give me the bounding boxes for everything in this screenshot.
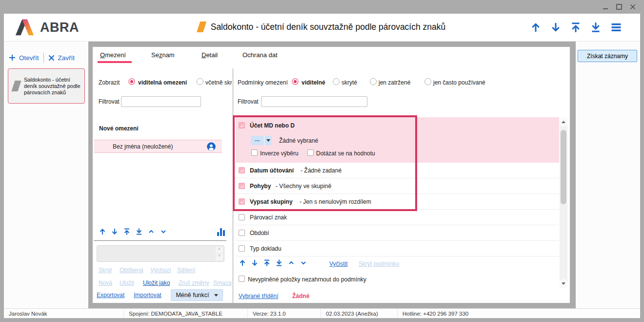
scroll-down-icon[interactable] [560, 279, 567, 288]
list-top-icon[interactable] [123, 228, 131, 237]
active-tab-underline [98, 61, 132, 63]
radio-vcetne-skrytych[interactable] [197, 78, 203, 85]
new-restriction-label: Nové omezení [99, 125, 139, 132]
condition-value: Žádné vybrané [279, 137, 318, 144]
list-down-icon[interactable] [111, 228, 119, 237]
scrollbar[interactable] [560, 117, 567, 288]
page-title: Saldokonto - účetní deník souvztažně pod… [211, 22, 446, 32]
tab-detail[interactable]: Detail [201, 51, 218, 59]
condition-row-datum-uctovani[interactable]: Datum účtování - Žádné zadané [236, 163, 559, 178]
condition-checkbox[interactable] [239, 230, 245, 236]
condition-checkbox-checked[interactable] [239, 198, 245, 205]
condition-checkbox[interactable] [239, 214, 245, 220]
selected-sorting-link[interactable]: Vybrané třídění [239, 293, 279, 300]
condition-checkbox-checked[interactable] [239, 122, 245, 129]
filter-input-left[interactable] [121, 96, 201, 107]
tab-ochrana-dat[interactable]: Ochrana dat [242, 51, 278, 59]
maximize-icon[interactable] [616, 3, 623, 10]
condition-row-typ-dokladu[interactable]: Typ dokladu [236, 241, 559, 257]
filter-input-right[interactable] [261, 96, 367, 107]
status-version: Verze: 23.1.0 [248, 309, 321, 318]
status-connection: Spojení: DEMODATA_JAVA_STABLE [124, 309, 248, 318]
tab-omezeni[interactable]: Omezení [100, 51, 126, 59]
clear-link[interactable]: Vyčistit [329, 260, 348, 267]
empty-items-checkbox[interactable] [239, 276, 245, 282]
radio-jen-casto-pouzivane[interactable] [424, 78, 431, 85]
radio-skryte[interactable] [333, 78, 340, 85]
x-icon [48, 55, 55, 61]
task-card[interactable]: Saldokonto - účetní deník souvztažně pod… [8, 68, 85, 104]
condition-checkbox-checked[interactable] [239, 183, 245, 189]
default-link: Výchozí [150, 267, 171, 274]
cond-bottom-icon[interactable] [275, 259, 283, 268]
dropdown-arrow-icon[interactable] [264, 136, 272, 145]
panel-divider [233, 68, 233, 303]
move-to-top-icon[interactable] [570, 21, 582, 33]
radio-jen-zatrzene[interactable] [370, 78, 377, 85]
scrollbar-thumb[interactable] [561, 130, 566, 204]
condition-row-vypsat-skupiny[interactable]: Vypsat skupiny - Jen s nenulovým rozdíle… [236, 194, 559, 210]
tab-seznam[interactable]: Seznam [151, 51, 175, 59]
inverse-selection-checkbox[interactable] [251, 150, 258, 156]
menu-icon[interactable] [610, 22, 623, 33]
selected-sorting-value: Žádné [292, 293, 309, 300]
header: ABRA Saldokonto - účetní deník souvztažn… [4, 14, 640, 42]
move-down-icon[interactable] [550, 21, 562, 33]
abra-logo-icon [15, 19, 36, 36]
spin-up-icon[interactable]: ▲ [216, 247, 223, 253]
list-up-icon[interactable] [99, 228, 106, 237]
cond-top-icon[interactable] [263, 259, 271, 268]
cond-up-icon[interactable] [239, 259, 246, 268]
ask-value-checkbox[interactable] [307, 150, 314, 156]
page-title-wrap: Saldokonto - účetní deník souvztažně pod… [199, 21, 446, 32]
saved-restrictions-list: ▲ ▼ [97, 245, 224, 262]
condition-ucet-md-nebo-d[interactable]: Účet MD nebo D ... Žádné vybrané Inverze… [236, 117, 559, 163]
open-button[interactable]: Otevřít [9, 54, 39, 62]
less-functions-button[interactable]: Méně funkcí [171, 289, 223, 301]
zobrazit-label: Zobrazit [99, 79, 120, 86]
spin-down-icon[interactable]: ▼ [216, 254, 223, 260]
empty-items-label: Nevyplněné položky nezahrnout do podmínk… [248, 276, 366, 283]
get-records-button[interactable]: Získat záznamy [578, 50, 637, 62]
expand-down-icon[interactable] [160, 228, 167, 237]
scroll-up-icon[interactable] [560, 117, 567, 127]
titlebar [0, 0, 644, 14]
inverse-selection-label: Inverze výběru [260, 150, 299, 157]
radio-viditelna-omezeni[interactable] [128, 78, 135, 85]
save-as-link[interactable]: Uložit jako [143, 279, 170, 286]
app-window: { "header": { "logo_text": "ABRA", "titl… [0, 0, 644, 322]
collapse-up-icon[interactable] [147, 228, 155, 237]
import-link[interactable]: Importovat [134, 292, 161, 299]
minimize-icon[interactable] [602, 3, 609, 10]
list-bottom-icon[interactable] [135, 228, 143, 237]
ask-value-label: Dotázat se na hodnotu [316, 150, 375, 157]
select-accounts-dropdown[interactable]: ... [251, 136, 272, 145]
radio-skryte-label: skryté [342, 79, 357, 86]
main-panel: Omezení Seznam Detail Ochrana dat Zobraz… [93, 47, 570, 303]
delete-link: Smazat [213, 279, 232, 286]
condition-row-obdobi[interactable]: Období [236, 225, 559, 241]
sharing-link: Sdílení [177, 267, 195, 274]
unsaved-restriction-row[interactable]: Bez jména (neuložené) [94, 140, 222, 153]
condition-checkbox[interactable] [239, 245, 245, 252]
export-link[interactable]: Exportovat [97, 292, 124, 299]
close-icon[interactable] [629, 3, 636, 10]
filter-label-left: Filtrovat [99, 98, 120, 105]
cond-expand-icon[interactable] [300, 259, 307, 268]
list-scroll-spinner[interactable]: ▲ ▼ [216, 247, 223, 260]
user-icon [207, 142, 216, 151]
move-up-icon[interactable] [530, 21, 542, 33]
close-task-button[interactable]: Zavřít [48, 54, 75, 62]
radio-viditelne[interactable] [292, 78, 299, 85]
condition-checkbox-checked[interactable] [239, 167, 245, 173]
condition-row-parovaci-znak[interactable]: Párovací znak [236, 210, 559, 225]
chevron-down-icon [214, 294, 218, 297]
move-to-bottom-icon[interactable] [590, 21, 602, 33]
cond-collapse-icon[interactable] [287, 259, 295, 268]
condition-row-pohyby[interactable]: Pohyby - Všechny ve skupině [236, 178, 559, 194]
chart-icon[interactable] [217, 227, 225, 237]
cond-down-icon[interactable] [251, 259, 259, 268]
radio-viditelne-label: viditelné [302, 79, 325, 86]
status-hotline: Hotline: +420 296 397 330 [398, 309, 468, 318]
left-rail: Otevřít Zavřít Saldokonto - účetní deník… [4, 42, 88, 308]
